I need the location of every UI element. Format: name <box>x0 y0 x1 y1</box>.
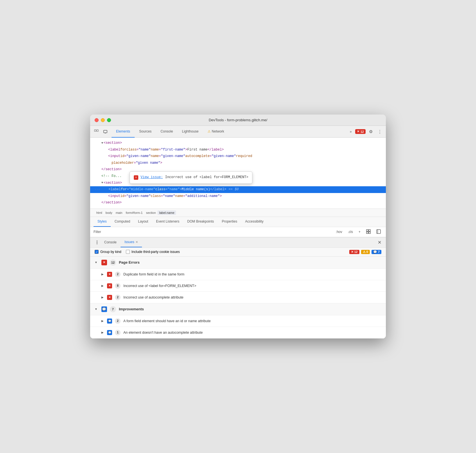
issue-item-label-for[interactable]: ▶ ✕ 8 Incorrect use of <label for=FORM_E… <box>90 280 386 292</box>
dom-line-8-selected[interactable]: ··· <label for="middle-name" class="name… <box>90 186 386 193</box>
issues-summary: ✕ 12 ⚠ 0 💬 7 <box>349 250 382 254</box>
svg-rect-7 <box>369 232 370 234</box>
issues-menu-button[interactable] <box>94 239 100 246</box>
expand-triangle[interactable]: ▼ <box>101 141 103 146</box>
issue-popup: ✕ View issue: Incorrect use of <label fo… <box>130 171 252 184</box>
breadcrumb-label[interactable]: label.name <box>157 210 176 215</box>
autocomplete-text: Incorrect use of autocomplete attribute <box>123 295 183 299</box>
more-options-icon[interactable]: ⋮ <box>376 128 384 136</box>
warning-badge-icon: ⚠ <box>363 250 366 254</box>
more-tabs-button[interactable]: » <box>348 129 354 135</box>
expand-no-autocomplete[interactable]: ▶ <box>101 331 104 334</box>
warning-count: 0 <box>366 250 368 254</box>
tab-elements[interactable]: Elements <box>112 126 135 138</box>
issues-controls: ✓ Group by kind Include third-party cook… <box>90 248 386 257</box>
tab-lighthouse[interactable]: Lighthouse <box>177 126 203 138</box>
dom-line-1[interactable]: ▼ <section> <box>90 140 386 147</box>
minimize-button[interactable] <box>101 118 105 122</box>
layout-button[interactable] <box>364 229 372 235</box>
dots-menu[interactable]: ··· <box>95 187 100 192</box>
issues-header: Console Issues ✕ ✕ <box>90 237 386 248</box>
issue-item-autocomplete[interactable]: ▶ ✕ 2 Incorrect use of autocomplete attr… <box>90 292 386 303</box>
issue-item-form-id-name[interactable]: ▶ 💬 2 A form field element should have a… <box>90 315 386 327</box>
dom-line-3[interactable]: <input id="given-name" name="given-name"… <box>90 153 386 160</box>
svg-rect-5 <box>369 230 370 231</box>
improvements-count: 7 <box>110 306 116 312</box>
expand-label-for[interactable]: ▶ <box>101 284 104 287</box>
traffic-lights <box>95 118 111 122</box>
page-errors-count: 12 <box>110 259 116 266</box>
device-icon[interactable] <box>101 128 109 136</box>
breadcrumb-section[interactable]: section <box>144 210 157 215</box>
issues-tab-group: Console Issues ✕ <box>100 237 377 247</box>
info-count-badge: 💬 7 <box>372 250 381 254</box>
breadcrumb: html body main form#form-1 section label… <box>90 209 386 217</box>
error-count-badge: ✕ 12 <box>349 250 359 254</box>
third-party-checkbox[interactable]: Include third-party cookie issues <box>126 250 180 254</box>
autocomplete-icon: ✕ <box>107 295 112 300</box>
breadcrumb-html[interactable]: html <box>95 210 104 215</box>
main-content: ▼ <section> <label for class="name" name… <box>90 138 386 338</box>
tab-event-listeners[interactable]: Event Listeners <box>152 217 183 227</box>
group-by-kind-checkbox[interactable]: ✓ Group by kind <box>95 250 121 254</box>
duplicate-id-count: 2 <box>115 272 121 277</box>
svg-rect-8 <box>377 230 381 234</box>
tab-computed[interactable]: Computed <box>111 217 134 227</box>
filter-label: Filter <box>94 230 101 234</box>
tab-network[interactable]: ⚠ Network <box>203 126 229 138</box>
issues-tab-console[interactable]: Console <box>100 237 121 247</box>
page-errors-group-header[interactable]: ▼ ✕ 12 Page Errors <box>90 257 386 269</box>
error-icon: ✕ <box>357 130 359 133</box>
maximize-button[interactable] <box>107 118 111 122</box>
add-rule-button[interactable]: + <box>357 229 362 234</box>
issues-tab-issues[interactable]: Issues ✕ <box>121 237 142 247</box>
filter-bar: Filter :hov .cls + <box>90 227 386 237</box>
sidebar-toggle-button[interactable] <box>375 229 382 235</box>
dom-line-4[interactable]: placeholder="given name"> <box>90 160 386 167</box>
tab-accessibility[interactable]: Accessibility <box>241 217 267 227</box>
improvements-group-header[interactable]: ▼ 💬 7 Improvements <box>90 303 386 315</box>
expand-form-id-name[interactable]: ▶ <box>101 319 104 322</box>
dom-tree[interactable]: ▼ <section> <label for class="name" name… <box>90 138 386 209</box>
issues-tab-close-icon[interactable]: ✕ <box>135 240 138 244</box>
network-warning-icon: ⚠ <box>208 129 211 133</box>
third-party-checkbox-input[interactable] <box>126 250 130 254</box>
tab-dom-breakpoints[interactable]: DOM Breakpoints <box>183 217 218 227</box>
breadcrumb-form[interactable]: form#form-1 <box>124 210 144 215</box>
close-button[interactable] <box>95 118 99 122</box>
filter-buttons: :hov .cls + <box>334 229 382 235</box>
breadcrumb-main[interactable]: main <box>114 210 124 215</box>
label-for-icon: ✕ <box>107 283 112 288</box>
issues-panel-close-button[interactable]: ✕ <box>377 239 382 246</box>
settings-icon[interactable]: ⚙ <box>367 128 375 136</box>
no-autocomplete-count: 1 <box>115 330 121 335</box>
hov-button[interactable]: :hov <box>334 229 344 234</box>
issue-item-duplicate-id[interactable]: ▶ ✕ 2 Duplicate form field id in the sam… <box>90 269 386 280</box>
no-autocomplete-text: An element doesn't have an autocomplete … <box>123 331 203 335</box>
svg-rect-4 <box>366 230 368 231</box>
tab-properties[interactable]: Properties <box>218 217 241 227</box>
dom-line-10[interactable]: </section> <box>90 199 386 206</box>
issue-item-no-autocomplete[interactable]: ▶ 💬 1 An element doesn't have an autocom… <box>90 327 386 338</box>
cls-button[interactable]: .cls <box>346 229 355 234</box>
tab-sources[interactable]: Sources <box>135 126 156 138</box>
tab-layout[interactable]: Layout <box>134 217 152 227</box>
cursor-icon[interactable] <box>92 128 100 136</box>
view-issue-link[interactable]: View issue: <box>141 174 163 181</box>
label-for-count: 8 <box>115 283 121 289</box>
group-by-checkbox-input[interactable]: ✓ <box>95 250 99 254</box>
tab-console[interactable]: Console <box>156 126 177 138</box>
breadcrumb-body[interactable]: body <box>104 210 114 215</box>
expand-duplicate-id[interactable]: ▶ <box>101 273 104 276</box>
devtools-window: DevTools - form-problems.glitch.me/ Elem… <box>90 115 386 338</box>
warning-count-badge: ⚠ 0 <box>361 250 370 254</box>
expand-triangle-2[interactable]: ▼ <box>101 180 103 185</box>
issues-panel: Console Issues ✕ ✕ ✓ Group by kind I <box>90 237 386 338</box>
tab-styles[interactable]: Styles <box>94 217 111 227</box>
dom-line-2[interactable]: <label for class="name" name="first-name… <box>90 147 386 153</box>
expand-autocomplete[interactable]: ▶ <box>101 296 104 299</box>
tabbar-icons <box>92 128 109 136</box>
window-title: DevTools - form-problems.glitch.me/ <box>209 118 267 122</box>
issue-popup-icon: ✕ <box>134 175 138 180</box>
dom-line-9[interactable]: <input id="given-name" class="name" name… <box>90 193 386 200</box>
